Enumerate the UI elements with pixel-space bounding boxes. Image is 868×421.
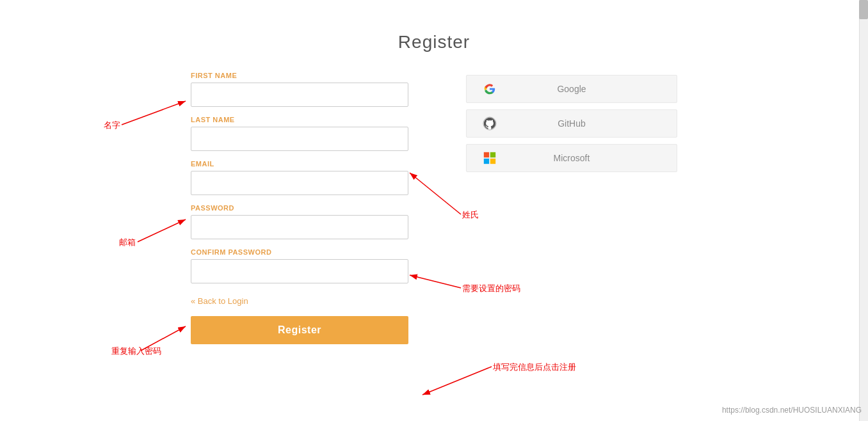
svg-rect-4: [490, 159, 495, 164]
password-input[interactable]: [191, 215, 408, 239]
confirm-password-group: CONFIRM PASSWORD: [191, 248, 428, 283]
svg-rect-2: [490, 152, 495, 157]
password-label: PASSWORD: [191, 204, 428, 212]
svg-text:重复输入密码: 重复输入密码: [111, 346, 161, 356]
microsoft-icon: [477, 152, 502, 164]
first-name-input[interactable]: [191, 83, 408, 107]
svg-text:填写完信息后点击注册: 填写完信息后点击注册: [492, 362, 576, 372]
microsoft-login-button[interactable]: Microsoft: [466, 144, 677, 172]
email-label: EMAIL: [191, 160, 428, 168]
svg-rect-3: [484, 159, 489, 164]
svg-rect-1: [484, 152, 489, 157]
password-group: PASSWORD: [191, 204, 428, 239]
watermark: https://blog.csdn.net/HUOSILUANXIANG: [722, 406, 862, 415]
google-icon: [477, 83, 502, 95]
form-left-panel: FIRST NAME LAST NAME EMAIL PASSWORD CONF…: [191, 72, 428, 344]
svg-line-16: [422, 367, 492, 395]
confirm-password-input[interactable]: [191, 259, 408, 283]
scrollbar[interactable]: [859, 0, 868, 421]
github-label: GitHub: [502, 118, 641, 129]
first-name-label: FIRST NAME: [191, 72, 428, 79]
github-icon: [477, 116, 502, 131]
page-title: Register: [398, 32, 470, 52]
back-to-login-link[interactable]: « Back to Login: [191, 296, 428, 306]
email-group: EMAIL: [191, 160, 428, 195]
social-login-panel: Google GitHub: [466, 72, 677, 172]
last-name-label: LAST NAME: [191, 116, 428, 123]
google-login-button[interactable]: Google: [466, 75, 677, 103]
scrollbar-thumb[interactable]: [859, 0, 868, 19]
last-name-input[interactable]: [191, 127, 408, 151]
github-login-button[interactable]: GitHub: [466, 109, 677, 138]
confirm-password-label: CONFIRM PASSWORD: [191, 248, 428, 256]
email-input[interactable]: [191, 171, 408, 195]
register-button[interactable]: Register: [191, 316, 408, 344]
first-name-group: FIRST NAME: [191, 72, 428, 107]
last-name-group: LAST NAME: [191, 116, 428, 151]
google-label: Google: [502, 84, 641, 94]
microsoft-label: Microsoft: [502, 153, 641, 163]
